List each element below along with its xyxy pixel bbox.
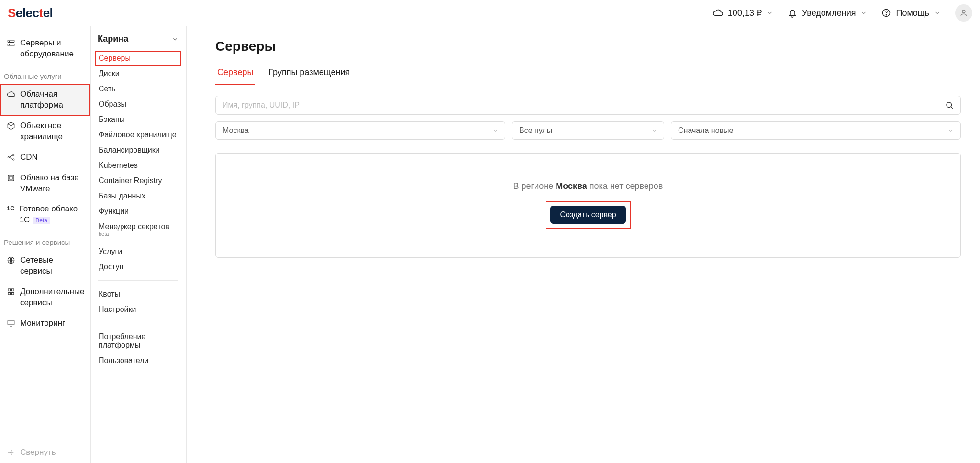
- project-selector[interactable]: Карина: [95, 34, 181, 51]
- svg-point-6: [9, 44, 10, 45]
- subnav-disks[interactable]: Диски: [95, 66, 181, 81]
- divider: [98, 323, 178, 323]
- svg-rect-16: [8, 320, 14, 325]
- empty-text: В регионе Москва пока нет серверов: [225, 181, 951, 191]
- subnav-images[interactable]: Образы: [95, 97, 181, 112]
- help-icon: [881, 8, 891, 18]
- filter-pool[interactable]: Все пулы: [512, 121, 664, 140]
- notifications-label: Уведомления: [802, 8, 856, 18]
- sidebar-item-servers[interactable]: Серверы и оборудование: [0, 33, 90, 65]
- subnav-filestorage[interactable]: Файловое хранилище: [95, 127, 181, 143]
- svg-rect-14: [8, 293, 11, 295]
- filter-sort[interactable]: Сначала новые: [671, 121, 961, 140]
- chevron-down-icon: [767, 10, 773, 16]
- search-row: [215, 96, 961, 115]
- search-input[interactable]: [223, 101, 945, 110]
- sidebar-section-solutions: Решения и сервисы: [0, 231, 90, 250]
- svg-point-7: [8, 156, 9, 158]
- svg-point-8: [13, 154, 14, 156]
- svg-rect-12: [8, 289, 11, 291]
- cube-icon: [7, 121, 15, 130]
- subnav-users[interactable]: Пользователи: [95, 353, 181, 368]
- filters-row: Москва Все пулы Сначала новые: [215, 121, 961, 140]
- filter-region[interactable]: Москва: [215, 121, 505, 140]
- svg-point-1: [886, 15, 887, 15]
- page-title: Серверы: [215, 39, 961, 54]
- subnav-access[interactable]: Доступ: [95, 259, 181, 275]
- subnav-backups[interactable]: Бэкапы: [95, 112, 181, 127]
- chevron-down-icon: [651, 128, 657, 133]
- sidebar-collapse[interactable]: Свернуть: [0, 442, 90, 463]
- svg-rect-15: [12, 293, 14, 295]
- subnav-network[interactable]: Сеть: [95, 81, 181, 97]
- chevron-down-icon: [934, 10, 941, 16]
- svg-point-2: [962, 10, 965, 13]
- layers-icon: [7, 174, 15, 182]
- subnav-settings[interactable]: Настройки: [95, 302, 181, 317]
- project-name: Карина: [98, 34, 128, 44]
- subnav-functions[interactable]: Функции: [95, 204, 181, 219]
- logo[interactable]: Selectel: [8, 6, 53, 21]
- svg-rect-10: [8, 175, 14, 181]
- subnav-consumption[interactable]: Потребление платформы: [95, 329, 181, 353]
- sidebar-item-monitoring[interactable]: Мониторинг: [0, 313, 90, 334]
- svg-point-17: [947, 102, 952, 108]
- create-button-highlight: Создать сервер: [546, 201, 630, 229]
- user-icon: [959, 9, 968, 17]
- sidebar-item-vmware[interactable]: Облако на базе VMware: [0, 168, 90, 199]
- sidebar-item-object-storage[interactable]: Объектное хранилище: [0, 116, 90, 147]
- subnav-registry[interactable]: Container Registry: [95, 173, 181, 188]
- create-server-button[interactable]: Создать сервер: [550, 206, 625, 224]
- tabs: Серверы Группы размещения: [215, 67, 961, 85]
- primary-sidebar: Серверы и оборудование Облачные услуги О…: [0, 26, 91, 463]
- tab-servers[interactable]: Серверы: [215, 67, 255, 85]
- arrow-left-icon: [7, 448, 15, 457]
- search-icon[interactable]: [945, 101, 954, 110]
- help-dropdown[interactable]: Помощь: [881, 8, 941, 18]
- secondary-sidebar: Карина Серверы Диски Сеть Образы Бэкапы …: [91, 26, 187, 463]
- sidebar-section-cloud: Облачные услуги: [0, 65, 90, 84]
- avatar[interactable]: [955, 4, 972, 22]
- empty-state: В регионе Москва пока нет серверов Созда…: [215, 153, 961, 258]
- bell-icon: [788, 8, 797, 18]
- sidebar-item-1c[interactable]: 1C Готовое облако 1СBeta: [0, 199, 90, 231]
- sidebar-item-network-services[interactable]: Сетевые сервисы: [0, 250, 90, 282]
- main-content: Серверы Серверы Группы размещения Москва…: [187, 26, 980, 463]
- balance-value: 100,13 ₽: [728, 8, 762, 18]
- subnav-servers[interactable]: Серверы: [95, 51, 181, 66]
- chevron-down-icon: [860, 10, 867, 16]
- subnav-secrets[interactable]: Менеджер секретов beta: [95, 219, 181, 244]
- tab-groups[interactable]: Группы размещения: [267, 67, 352, 85]
- notifications-dropdown[interactable]: Уведомления: [788, 8, 868, 18]
- cloud-icon: [7, 90, 15, 99]
- monitor-icon: [7, 319, 15, 328]
- grid-icon: [7, 287, 15, 296]
- subnav-services[interactable]: Услуги: [95, 244, 181, 259]
- sidebar-item-extra-services[interactable]: Дополнительные сервисы: [0, 282, 90, 313]
- one-c-icon: 1C: [7, 205, 15, 212]
- help-label: Помощь: [896, 8, 929, 18]
- subnav-kubernetes[interactable]: Kubernetes: [95, 158, 181, 173]
- divider: [98, 280, 178, 281]
- svg-rect-13: [12, 289, 14, 291]
- server-icon: [7, 39, 15, 47]
- header: Selectel 100,13 ₽ Уведомления Помощь: [0, 0, 980, 26]
- svg-point-5: [9, 41, 10, 42]
- sidebar-item-cdn[interactable]: CDN: [0, 147, 90, 168]
- balance-dropdown[interactable]: 100,13 ₽: [713, 8, 773, 18]
- globe-icon: [7, 256, 15, 265]
- chevron-down-icon: [948, 128, 954, 133]
- chevron-down-icon: [172, 36, 178, 43]
- svg-point-9: [13, 159, 14, 160]
- chevron-down-icon: [492, 128, 498, 133]
- cloud-icon: [713, 8, 723, 18]
- sidebar-item-cloud-platform[interactable]: Облачная платформа: [0, 84, 90, 116]
- subnav-balancers[interactable]: Балансировщики: [95, 143, 181, 158]
- subnav-databases[interactable]: Базы данных: [95, 188, 181, 204]
- subnav-quotas[interactable]: Квоты: [95, 287, 181, 302]
- network-icon: [7, 153, 15, 162]
